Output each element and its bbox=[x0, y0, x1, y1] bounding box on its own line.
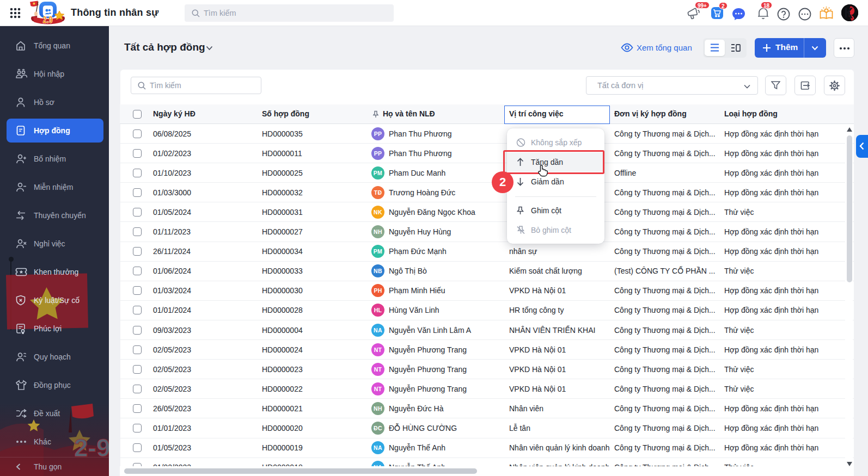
svg-text:2.9: 2.9 bbox=[43, 15, 53, 24]
